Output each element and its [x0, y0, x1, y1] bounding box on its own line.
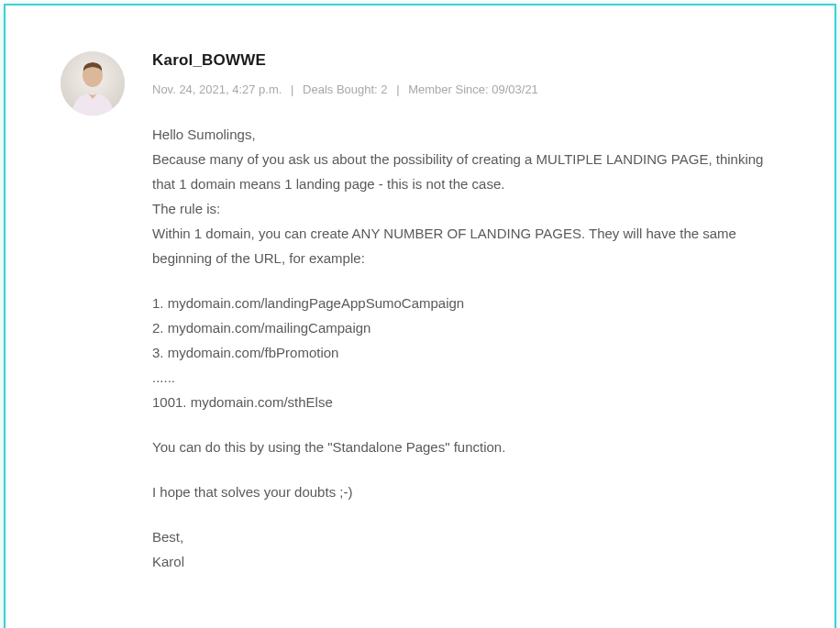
- body-example: 1. mydomain.com/landingPageAppSumoCampai…: [152, 291, 779, 315]
- body-example: 3. mydomain.com/fbPromotion: [152, 340, 779, 365]
- meta-separator: |: [291, 83, 293, 96]
- body-signoff: Best,: [152, 524, 779, 549]
- body-line: You can do this by using the "Standalone…: [152, 435, 779, 459]
- body-line: Within 1 domain, you can create ANY NUMB…: [152, 221, 779, 270]
- body-ellipsis: ......: [152, 365, 779, 390]
- avatar: [61, 51, 125, 116]
- body-line: The rule is:: [152, 196, 779, 221]
- comment-card: Karol_BOWWE Nov. 24, 2021, 4:27 p.m. | D…: [4, 4, 836, 628]
- comment-meta: Nov. 24, 2021, 4:27 p.m. | Deals Bought:…: [152, 83, 779, 96]
- body-signoff: Karol: [152, 549, 779, 574]
- meta-timestamp: Nov. 24, 2021, 4:27 p.m.: [152, 83, 282, 96]
- meta-deals-bought: Deals Bought: 2: [303, 83, 388, 96]
- avatar-image-icon: [61, 51, 125, 116]
- body-line: Hello Sumolings,: [152, 122, 779, 147]
- author-username[interactable]: Karol_BOWWE: [152, 51, 779, 70]
- meta-separator: |: [396, 83, 399, 96]
- body-line: Because many of you ask us about the pos…: [152, 147, 779, 196]
- body-example: 2. mydomain.com/mailingCampaign: [152, 315, 779, 340]
- comment-body: Hello Sumolings, Because many of you ask…: [152, 122, 779, 574]
- comment-content: Karol_BOWWE Nov. 24, 2021, 4:27 p.m. | D…: [152, 51, 779, 574]
- body-example: 1001. mydomain.com/sthElse: [152, 390, 779, 414]
- meta-member-since: Member Since: 09/03/21: [408, 83, 538, 96]
- body-line: I hope that solves your doubts ;-): [152, 479, 779, 504]
